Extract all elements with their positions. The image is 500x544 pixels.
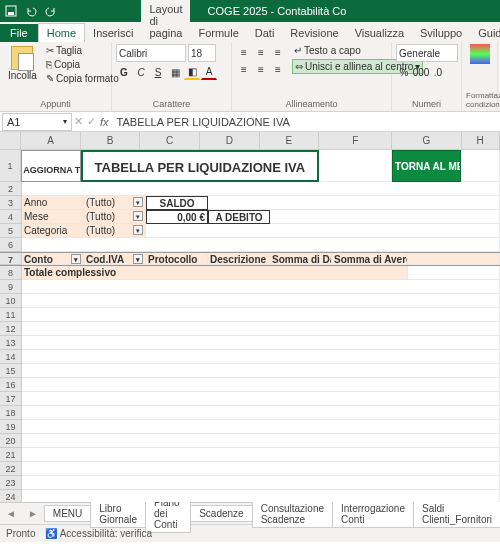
bold-button[interactable]: G bbox=[116, 64, 132, 80]
filter-mese-value[interactable]: (Tutto)▾ bbox=[84, 210, 146, 224]
cell[interactable] bbox=[22, 434, 500, 448]
hdr-conto[interactable]: Conto▾ bbox=[22, 253, 84, 265]
comma-button[interactable]: 000 bbox=[413, 64, 429, 80]
hdr-dare[interactable]: Somma di Dare bbox=[270, 253, 332, 265]
conditional-format-icon[interactable] bbox=[470, 44, 490, 64]
undo-icon[interactable] bbox=[24, 4, 38, 18]
sheet-nav-next[interactable]: ► bbox=[22, 508, 44, 519]
col-header[interactable]: G bbox=[392, 132, 461, 149]
tab-home[interactable]: Home bbox=[38, 23, 85, 42]
dropdown-icon[interactable]: ▾ bbox=[133, 197, 143, 207]
row-header[interactable]: 1 bbox=[0, 150, 21, 182]
filter-categoria-value[interactable]: (Tutto)▾ bbox=[84, 224, 146, 238]
sheet-tab[interactable]: Saldi Clienti_Fornitori bbox=[413, 500, 500, 528]
tab-sviluppo[interactable]: Sviluppo bbox=[412, 24, 470, 42]
number-format-select[interactable]: Generale bbox=[396, 44, 458, 62]
underline-button[interactable]: S bbox=[150, 64, 166, 80]
cell[interactable] bbox=[22, 280, 500, 294]
cell[interactable] bbox=[22, 392, 500, 406]
formula-input[interactable]: TABELLA PER LIQUIDAZIONE IVA bbox=[113, 116, 500, 128]
back-to-menu-button[interactable]: TORNA AL MENU bbox=[392, 150, 461, 182]
tab-inserisci[interactable]: Inserisci bbox=[85, 24, 141, 42]
sheet-tab[interactable]: Libro Giornale bbox=[90, 500, 146, 528]
tab-guida[interactable]: Guida bbox=[470, 24, 500, 42]
cell[interactable] bbox=[22, 476, 500, 490]
sheet-tab[interactable]: Scadenze bbox=[190, 505, 252, 522]
cell[interactable] bbox=[22, 448, 500, 462]
col-header[interactable]: F bbox=[319, 132, 392, 149]
cell[interactable] bbox=[319, 150, 392, 182]
font-color-button[interactable]: A bbox=[201, 64, 217, 80]
status-ready: Pronto bbox=[6, 528, 35, 539]
dropdown-icon[interactable]: ▾ bbox=[133, 211, 143, 221]
cell[interactable] bbox=[22, 462, 500, 476]
cell[interactable] bbox=[22, 490, 500, 502]
name-box[interactable]: A1▾ bbox=[2, 113, 72, 131]
cell[interactable] bbox=[22, 294, 500, 308]
col-header[interactable]: H bbox=[462, 132, 500, 149]
saldo-status: A DEBITO bbox=[208, 210, 270, 224]
border-button[interactable]: ▦ bbox=[167, 64, 183, 80]
alignment-grid[interactable]: ≡≡≡ ≡≡≡ bbox=[236, 44, 286, 77]
cell[interactable] bbox=[22, 308, 500, 322]
hdr-codiva[interactable]: Cod.IVA▾ bbox=[84, 253, 146, 265]
cell[interactable] bbox=[22, 406, 500, 420]
fx-icon[interactable]: fx bbox=[100, 116, 109, 128]
cell[interactable] bbox=[22, 350, 500, 364]
sheet-tab[interactable]: MENU bbox=[44, 505, 91, 522]
format-painter-button[interactable]: ✎Copia formato bbox=[44, 72, 121, 85]
confirm-icon[interactable]: ✓ bbox=[87, 115, 96, 128]
tab-file[interactable]: File bbox=[0, 24, 38, 42]
cell[interactable] bbox=[22, 378, 500, 392]
italic-button[interactable]: C bbox=[133, 64, 149, 80]
font-size-select[interactable]: 18 bbox=[188, 44, 216, 62]
paste-button[interactable]: Incolla bbox=[4, 44, 41, 83]
cell[interactable] bbox=[22, 420, 500, 434]
fill-color-button[interactable]: ◧ bbox=[184, 64, 200, 80]
filter-icon[interactable]: ▾ bbox=[71, 254, 81, 264]
hdr-descrizione[interactable]: Descrizione▾ bbox=[208, 253, 270, 265]
col-header[interactable]: A bbox=[21, 132, 81, 149]
col-header[interactable]: D bbox=[200, 132, 260, 149]
row-15: 15 bbox=[0, 364, 500, 378]
row-10: 10 bbox=[0, 294, 500, 308]
cell[interactable] bbox=[461, 150, 500, 182]
save-icon[interactable] bbox=[4, 4, 18, 18]
dropdown-icon[interactable]: ▾ bbox=[133, 225, 143, 235]
copy-button[interactable]: ⎘Copia bbox=[44, 58, 121, 71]
sheet-tab[interactable]: Consultazione Scadenze bbox=[252, 500, 333, 528]
tab-layout[interactable]: Layout di pagina bbox=[141, 0, 190, 42]
tab-visualizza[interactable]: Visualizza bbox=[347, 24, 412, 42]
decrease-decimal-button[interactable]: .0 bbox=[430, 64, 446, 80]
row-4: 4 Mese (Tutto)▾ 0,00 € A DEBITO bbox=[0, 210, 500, 224]
hdr-protocollo[interactable]: Protocollo▾ bbox=[146, 253, 208, 265]
sheet-nav-prev[interactable]: ◄ bbox=[0, 508, 22, 519]
select-all-corner[interactable] bbox=[0, 132, 21, 149]
cell[interactable] bbox=[22, 336, 500, 350]
row-19: 19 bbox=[0, 420, 500, 434]
cancel-icon[interactable]: ✕ bbox=[74, 115, 83, 128]
wrap-icon: ↵ bbox=[294, 45, 302, 56]
col-header[interactable]: C bbox=[140, 132, 200, 149]
worksheet-grid[interactable]: A B C D E F G H 1 AGGIORNA TUTTI I DATI … bbox=[0, 132, 500, 502]
currency-button[interactable]: % bbox=[396, 64, 412, 80]
row-8: 8 Totale complessivo bbox=[0, 266, 500, 280]
col-header[interactable]: E bbox=[260, 132, 320, 149]
row-22: 22 bbox=[0, 462, 500, 476]
tab-formule[interactable]: Formule bbox=[190, 24, 246, 42]
cell[interactable] bbox=[22, 364, 500, 378]
col-header[interactable]: B bbox=[81, 132, 141, 149]
refresh-all-button[interactable]: AGGIORNA TUTTI I DATI bbox=[21, 150, 81, 182]
redo-icon[interactable] bbox=[44, 4, 58, 18]
hdr-avere[interactable]: Somma di Avere bbox=[332, 253, 408, 265]
tab-revisione[interactable]: Revisione bbox=[282, 24, 346, 42]
dropdown-icon[interactable]: ▾ bbox=[133, 254, 143, 264]
sheet-tab[interactable]: Interrogazione Conti bbox=[332, 500, 414, 528]
font-name-select[interactable]: Calibri bbox=[116, 44, 186, 62]
cut-button[interactable]: ✂Taglia bbox=[44, 44, 121, 57]
group-font-label: Carattere bbox=[116, 98, 227, 109]
tab-dati[interactable]: Dati bbox=[247, 24, 283, 42]
cell[interactable] bbox=[22, 322, 500, 336]
saldo-label: SALDO bbox=[146, 196, 208, 210]
filter-anno-value[interactable]: (Tutto)▾ bbox=[84, 196, 146, 210]
